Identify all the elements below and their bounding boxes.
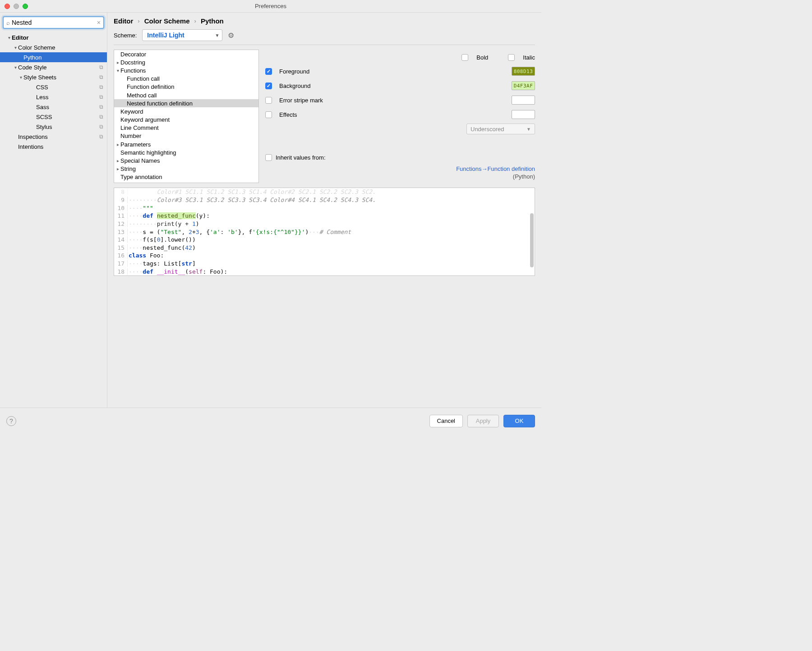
breadcrumb-item[interactable]: Python [201, 17, 224, 25]
category-nested-function-definition[interactable]: Nested function definition [114, 99, 258, 107]
breadcrumb-item[interactable]: Color Scheme [144, 17, 190, 25]
gutter-line: 15 [114, 244, 128, 251]
sidebar-item-label: Less [36, 94, 99, 101]
content-pane: Editor › Color Scheme › Python Scheme: I… [107, 13, 541, 408]
sidebar-item-editor[interactable]: ▾Editor [0, 32, 107, 42]
category-label: Type annotation [120, 174, 162, 180]
copy-icon[interactable]: ⧉ [99, 74, 103, 80]
category-parameters[interactable]: ▸Parameters [114, 140, 258, 148]
sidebar-item-stylus[interactable]: Stylus⧉ [0, 122, 107, 132]
sidebar-item-label: Sass [36, 104, 99, 110]
chevron-right-icon: › [138, 18, 139, 24]
category-special-names[interactable]: ▸Special Names [114, 156, 258, 165]
category-function-definition[interactable]: Function definition [114, 83, 258, 91]
sidebar-item-style-sheets[interactable]: ▾Style Sheets⧉ [0, 72, 107, 82]
inherit-link[interactable]: Functions→Function definition [265, 165, 535, 172]
category-method-call[interactable]: Method call [114, 91, 258, 99]
gutter-line: 12 [114, 220, 128, 227]
gutter-line: 16 [114, 252, 128, 259]
scheme-select[interactable]: IntelliJ Light ▼ [142, 29, 222, 41]
category-keyword[interactable]: Keyword [114, 107, 258, 115]
category-functions[interactable]: ▾Functions [114, 66, 258, 74]
category-string[interactable]: ▸String [114, 165, 258, 173]
category-list[interactable]: Decorator▸Docstring▾FunctionsFunction ca… [114, 50, 259, 183]
chevron-right-icon: ▸ [115, 60, 120, 65]
gutter-line: 18 [114, 268, 128, 275]
category-number[interactable]: Number [114, 132, 258, 140]
sidebar-item-inspections[interactable]: Inspections⧉ [0, 132, 107, 142]
copy-icon[interactable]: ⧉ [99, 124, 103, 130]
category-label: Line Comment [120, 124, 159, 131]
scrollbar-vertical[interactable] [530, 213, 534, 267]
ok-button[interactable]: OK [503, 415, 535, 427]
scheme-value: IntelliJ Light [147, 32, 184, 39]
code-preview[interactable]: 8 Color#1 SC1.1 SC1.2 SC1.3 SC1.4 Color#… [114, 188, 535, 276]
copy-icon[interactable]: ⧉ [99, 114, 103, 120]
sidebar-item-intentions[interactable]: Intentions [0, 142, 107, 151]
chevron-right-icon: ▸ [115, 142, 120, 147]
background-swatch[interactable]: D4F3AF [512, 81, 535, 90]
copy-icon[interactable]: ⧉ [99, 64, 103, 70]
copy-icon[interactable]: ⧉ [99, 104, 103, 110]
cancel-button[interactable]: Cancel [429, 415, 463, 427]
copy-icon[interactable]: ⧉ [99, 94, 103, 100]
settings-tree: ▾Editor▾Color SchemePython▾Code Style⧉▾S… [0, 32, 107, 408]
inherit-checkbox[interactable] [265, 154, 272, 161]
category-keyword-argument[interactable]: Keyword argument [114, 116, 258, 124]
apply-button[interactable]: Apply [467, 415, 499, 427]
breadcrumb-item[interactable]: Editor [114, 17, 133, 25]
category-function-call[interactable]: Function call [114, 75, 258, 83]
gear-icon[interactable]: ⚙ [228, 31, 234, 40]
sidebar: ⌕ × ▾Editor▾Color SchemePython▾Code Styl… [0, 13, 107, 408]
window-title: Preferences [0, 3, 541, 9]
category-label: Semantic highlighting [120, 149, 176, 156]
category-docstring[interactable]: ▸Docstring [114, 58, 258, 66]
scheme-label: Scheme: [114, 32, 137, 39]
category-label: Function call [127, 75, 160, 82]
sidebar-item-css[interactable]: CSS⧉ [0, 82, 107, 92]
errorstripe-label: Error stripe mark [277, 97, 507, 104]
bold-checkbox[interactable] [461, 54, 468, 61]
chevron-down-icon: ▾ [18, 75, 23, 80]
chevron-down-icon: ▼ [215, 33, 219, 38]
effects-type-select[interactable]: Underscored ▼ [466, 124, 535, 134]
category-decorator[interactable]: Decorator [114, 50, 258, 58]
copy-icon[interactable]: ⧉ [99, 133, 103, 140]
category-label: Method call [127, 92, 157, 99]
sidebar-item-label: Editor [12, 34, 103, 41]
help-icon[interactable]: ? [6, 416, 16, 426]
chevron-right-icon: ▸ [115, 166, 120, 171]
search-input[interactable]: ⌕ × [3, 16, 104, 29]
copy-icon[interactable]: ⧉ [99, 84, 103, 90]
footer: ? Cancel Apply OK [0, 408, 541, 434]
effects-swatch[interactable] [512, 110, 535, 119]
sidebar-item-label: Stylus [36, 124, 99, 130]
errorstripe-swatch[interactable] [512, 96, 535, 105]
foreground-checkbox[interactable] [265, 68, 272, 75]
sidebar-item-less[interactable]: Less⧉ [0, 92, 107, 102]
gutter-line: 9 [114, 197, 128, 203]
background-checkbox[interactable] [265, 83, 272, 89]
sidebar-item-sass[interactable]: Sass⧉ [0, 102, 107, 112]
sidebar-item-label: Python [23, 54, 103, 61]
foreground-swatch[interactable]: 808D13 [512, 67, 535, 76]
errorstripe-checkbox[interactable] [265, 97, 272, 104]
gutter-line: 8 [114, 188, 128, 195]
sidebar-item-scss[interactable]: SCSS⧉ [0, 112, 107, 122]
sidebar-item-python[interactable]: Python [0, 52, 107, 62]
gutter-line: 17 [114, 260, 128, 267]
titlebar: Preferences [0, 0, 541, 13]
chevron-down-icon: ▼ [526, 127, 531, 132]
category-label: Docstring [120, 59, 145, 66]
italic-checkbox[interactable] [508, 54, 515, 61]
clear-icon[interactable]: × [97, 19, 101, 26]
bold-label: Bold [476, 54, 488, 61]
category-type-annotation[interactable]: Type annotation [114, 173, 258, 181]
sidebar-item-code-style[interactable]: ▾Code Style⧉ [0, 62, 107, 72]
effects-checkbox[interactable] [265, 111, 272, 118]
category-label: Decorator [120, 51, 146, 58]
category-line-comment[interactable]: Line Comment [114, 124, 258, 132]
sidebar-item-color-scheme[interactable]: ▾Color Scheme [0, 42, 107, 52]
search-field[interactable] [12, 19, 97, 26]
category-semantic-highlighting[interactable]: Semantic highlighting [114, 148, 258, 156]
